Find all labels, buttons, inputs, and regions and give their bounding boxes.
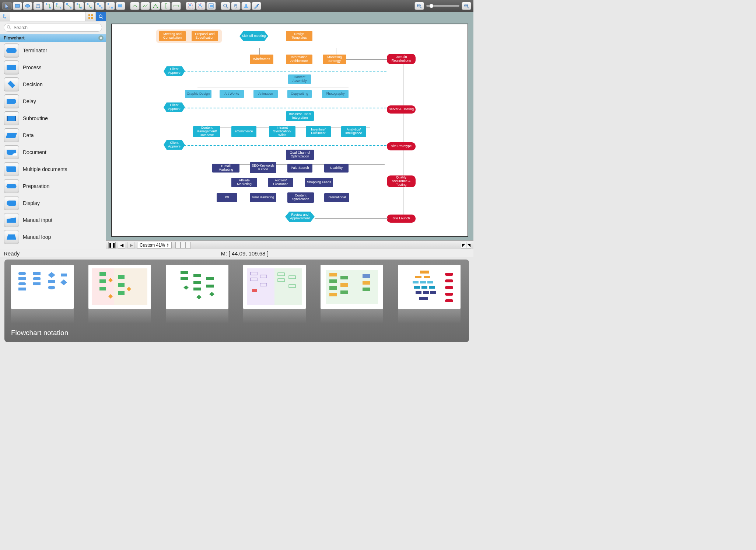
connector-tool-4[interactable] xyxy=(74,2,84,10)
spline-tool[interactable] xyxy=(151,2,160,10)
node-proposal[interactable]: Proposal and Specification xyxy=(192,31,218,41)
prev-page-button[interactable]: ◀ xyxy=(118,242,125,248)
shape-multiple-documents[interactable]: Multiple documents xyxy=(0,161,106,178)
node-review[interactable]: Review and Approvement xyxy=(285,212,315,222)
zoom-in-button[interactable] xyxy=(462,2,471,10)
view-mode-2[interactable] xyxy=(181,242,186,248)
node-approve-1[interactable]: Client Approve xyxy=(164,66,185,76)
shape-manual-input[interactable]: Manual input xyxy=(0,212,106,229)
node-qa[interactable]: Quality Assurance & Testing xyxy=(387,175,416,187)
node-approve-3[interactable]: Client Approve xyxy=(164,140,185,150)
rectangle-tool[interactable] xyxy=(13,2,22,10)
node-copywriting[interactable]: Copywriting xyxy=(287,90,312,98)
text-tool[interactable] xyxy=(33,2,43,10)
node-bti[interactable]: Business Tools Integration xyxy=(286,111,314,121)
node-artworks[interactable]: Art Works xyxy=(220,90,244,98)
search-input[interactable] xyxy=(4,24,102,32)
template-thumb-4[interactable] xyxy=(243,265,306,309)
node-cms[interactable]: Content Management/ Database xyxy=(193,126,220,137)
node-pr[interactable]: PR xyxy=(217,193,237,202)
shape-delay[interactable]: Delay xyxy=(0,93,106,110)
corner-btn-1[interactable]: ◤ xyxy=(461,242,466,248)
node-kickoff[interactable]: Kick-off meeting xyxy=(239,31,268,41)
node-shopping[interactable]: Shopping Feeds xyxy=(305,178,333,187)
connector-tool-3[interactable] xyxy=(64,2,74,10)
template-thumb-1[interactable] xyxy=(11,265,74,309)
sidebar-input[interactable] xyxy=(10,12,85,21)
node-graphic[interactable]: Graphic Design xyxy=(185,90,211,98)
close-icon[interactable]: × xyxy=(98,35,104,41)
pan-tool[interactable] xyxy=(231,2,241,10)
align-tool[interactable] xyxy=(206,2,216,10)
node-usability[interactable]: Usability xyxy=(324,164,349,173)
curve-tool[interactable] xyxy=(130,2,140,10)
group-tool[interactable] xyxy=(186,2,195,10)
connector-tool-1[interactable] xyxy=(43,2,53,10)
connector-menu[interactable] xyxy=(105,2,115,10)
corner-btn-2[interactable]: ◥ xyxy=(466,242,471,248)
connector-tool-2[interactable] xyxy=(54,2,63,10)
connector-tool-6[interactable] xyxy=(95,2,105,10)
eyedropper-tool[interactable] xyxy=(252,2,261,10)
node-launch[interactable]: Site Launch xyxy=(387,215,416,223)
node-content-assembly[interactable]: Content Assembly xyxy=(288,74,311,84)
shape-document[interactable]: Document xyxy=(0,144,106,161)
outline-tab[interactable] xyxy=(0,12,10,21)
section-header-flowchart[interactable]: Flowchart × xyxy=(0,34,106,42)
dimension-v-tool[interactable] xyxy=(161,2,171,10)
node-design[interactable]: Design Templates xyxy=(286,31,312,41)
shape-display[interactable]: Display xyxy=(0,195,106,212)
node-prototype[interactable]: Site Prototype xyxy=(387,142,416,150)
dimension-h-tool[interactable] xyxy=(171,2,181,10)
node-inventory[interactable]: Inventory/ Fulfilment xyxy=(306,126,331,137)
node-animation[interactable]: Animation xyxy=(253,90,278,98)
pause-button[interactable]: ❚❚ xyxy=(108,242,116,248)
shape-data[interactable]: Data xyxy=(0,127,106,144)
node-seo[interactable]: SEO-Keywords & code xyxy=(250,162,276,173)
node-server[interactable]: Server & Hosting xyxy=(387,105,416,114)
view-mode-1[interactable] xyxy=(175,242,181,248)
zoom-tool[interactable] xyxy=(221,2,230,10)
next-page-button[interactable]: ▶ xyxy=(127,242,135,248)
node-affiliate[interactable]: Affiliate Marketing xyxy=(231,178,257,187)
view-mode-3[interactable] xyxy=(186,242,191,248)
node-approve-2[interactable]: Client Approve xyxy=(164,102,185,112)
node-auction[interactable]: Auction/ Clearance xyxy=(268,178,293,187)
pointer-tool[interactable] xyxy=(2,2,12,10)
node-meeting[interactable]: Meeting and Consultation xyxy=(159,31,186,41)
shape-subroutine[interactable]: Subroutine xyxy=(0,110,106,127)
zoom-out-button[interactable] xyxy=(414,2,424,10)
node-photo[interactable]: Photography xyxy=(322,90,349,98)
node-intranet[interactable]: Intranet Syndication/ Wikis xyxy=(269,126,295,137)
template-thumb-2[interactable] xyxy=(88,265,151,309)
template-thumb-3[interactable] xyxy=(166,265,228,309)
template-thumb-6[interactable] xyxy=(398,265,461,309)
ellipse-tool[interactable] xyxy=(23,2,32,10)
quick-shape-tool[interactable] xyxy=(116,2,125,10)
stamp-tool[interactable] xyxy=(241,2,251,10)
shape-manual-loop[interactable]: Manual loop xyxy=(0,229,106,246)
node-paid[interactable]: Paid Search xyxy=(287,164,312,173)
shape-preparation[interactable]: Preparation xyxy=(0,178,106,195)
node-goal[interactable]: Goal Channel Optimization xyxy=(286,150,314,160)
node-mkt[interactable]: Marketing Strategy xyxy=(323,55,346,64)
node-viral[interactable]: Viral Marketing xyxy=(250,193,276,202)
node-email[interactable]: E-mail Marketing xyxy=(212,164,239,173)
polyline-tool[interactable] xyxy=(140,2,150,10)
zoom-level[interactable]: Custom 41%▲▼ xyxy=(137,242,172,248)
shape-terminator[interactable]: Terminator xyxy=(0,42,106,59)
search-tab[interactable] xyxy=(95,12,106,21)
node-domain[interactable]: Domain Registrations xyxy=(387,54,416,64)
drawing-canvas[interactable]: Meeting and Consultation Proposal and Sp… xyxy=(111,24,468,237)
grid-view-tab[interactable] xyxy=(85,12,95,21)
node-ecommerce[interactable]: eCommerce xyxy=(231,126,256,137)
connector-tool-5[interactable] xyxy=(85,2,94,10)
ungroup-tool[interactable] xyxy=(196,2,206,10)
node-analytics[interactable]: Analytics/ Intelligence xyxy=(341,126,366,137)
shape-decision[interactable]: Decision xyxy=(0,76,106,93)
node-wireframes[interactable]: Wireframes xyxy=(250,55,273,64)
node-intl[interactable]: International xyxy=(324,193,349,202)
zoom-slider[interactable] xyxy=(426,5,459,7)
node-ia[interactable]: Information Architecture xyxy=(286,55,312,64)
shape-process[interactable]: Process xyxy=(0,59,106,76)
